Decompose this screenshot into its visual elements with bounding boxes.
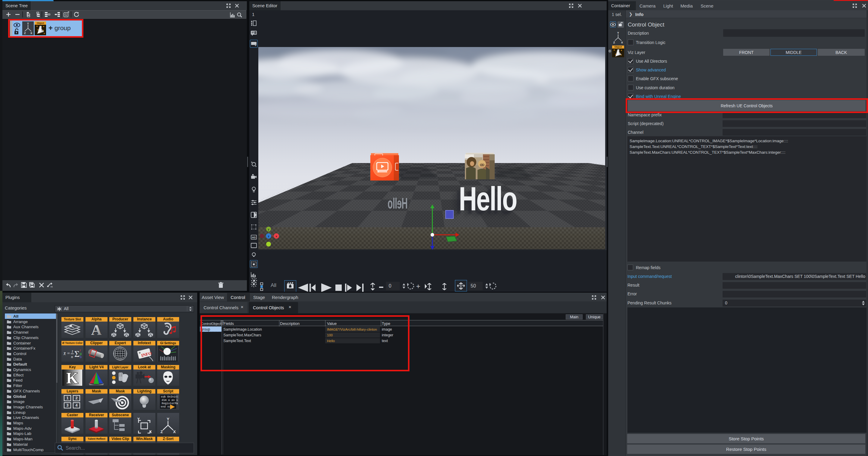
svg-text:Y: Y	[137, 418, 140, 421]
svg-text:A: A	[91, 322, 102, 338]
svg-text:1: 1	[66, 396, 68, 400]
svg-text:x̄ =: x̄ =	[63, 351, 70, 356]
svg-text:Z: Z	[160, 429, 163, 434]
svg-text:G: G	[65, 13, 67, 17]
svg-text:2: 2	[75, 396, 78, 400]
svg-text:i: i	[255, 32, 256, 34]
svg-text:Z: Z	[613, 41, 615, 44]
svg-text:X: X	[621, 41, 623, 44]
svg-text:K: K	[66, 370, 79, 386]
svg-text:3: 3	[66, 403, 68, 407]
svg-text:Σ: Σ	[74, 349, 80, 359]
svg-text:b: b	[80, 355, 82, 359]
svg-text:RegisterPa: RegisterPa	[162, 402, 178, 405]
svg-text:X: X	[173, 429, 176, 434]
svg-text:dim a as i: dim a as i	[162, 399, 178, 402]
svg-text:z: z	[268, 235, 270, 238]
svg-text:1: 1	[71, 349, 73, 353]
svg-text:x: x	[276, 235, 277, 238]
svg-text:X: X	[149, 430, 152, 434]
svg-text:n: n	[71, 354, 73, 359]
svg-text:sub OnInit(): sub OnInit()	[161, 395, 178, 398]
svg-text:y: y	[268, 228, 269, 231]
svg-text:HC: HC	[51, 286, 53, 288]
svg-text:Y: Y	[617, 31, 619, 34]
svg-text:HS: HS	[252, 236, 256, 239]
svg-text:4: 4	[75, 403, 78, 407]
svg-text:Y: Y	[167, 418, 169, 421]
